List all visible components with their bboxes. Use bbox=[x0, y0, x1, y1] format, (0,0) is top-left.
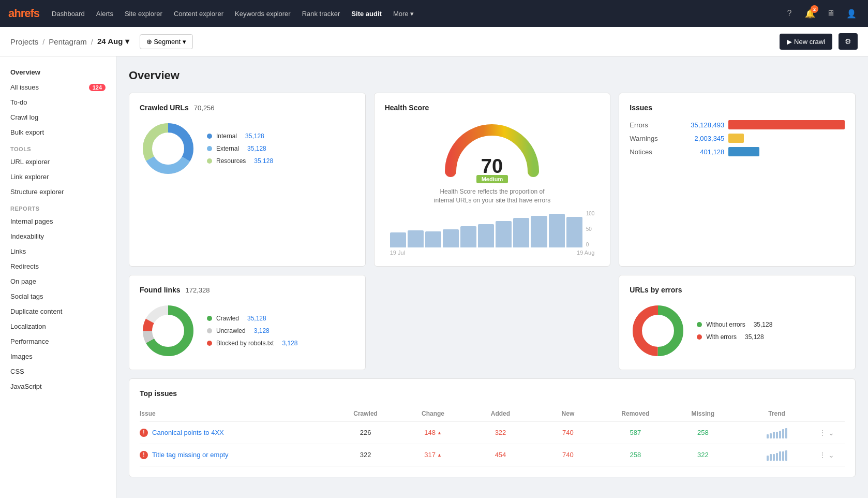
urls-errors-donut bbox=[630, 302, 686, 359]
health-bar bbox=[443, 229, 459, 247]
nav-item-dashboard[interactable]: Dashboard bbox=[47, 7, 90, 21]
added-cell: 454 bbox=[469, 451, 532, 459]
table-header-cell: Added bbox=[469, 410, 532, 417]
internal-value[interactable]: 35,128 bbox=[245, 133, 264, 140]
page-title: Overview bbox=[129, 69, 856, 82]
blocked-value[interactable]: 3,128 bbox=[282, 340, 297, 347]
health-bar bbox=[566, 217, 582, 247]
health-score-title: Health Score bbox=[385, 104, 429, 112]
errors-value[interactable]: 35,128,493 bbox=[672, 121, 724, 129]
trend-cell bbox=[739, 427, 815, 438]
without-errors-legend: Without errors 35,128 bbox=[697, 321, 772, 328]
issues-card: Issues Errors 35,128,493 Warnings 2,003,… bbox=[619, 93, 856, 267]
sidebar-report-duplicate-content[interactable]: Duplicate content bbox=[0, 304, 116, 319]
notices-value[interactable]: 401,128 bbox=[672, 148, 724, 156]
nav-item-content-explorer[interactable]: Content explorer bbox=[169, 7, 229, 21]
sidebar-item-all-issues[interactable]: All issues124 bbox=[0, 80, 116, 95]
sidebar-report-css[interactable]: CSS bbox=[0, 364, 116, 379]
nav-item-keywords-explorer[interactable]: Keywords explorer bbox=[230, 7, 296, 21]
sidebar-report-redirects[interactable]: Redirects bbox=[0, 259, 116, 274]
health-gauge: 70 bbox=[440, 117, 544, 179]
breadcrumb-sep2: / bbox=[91, 37, 93, 46]
crawled-urls-donut bbox=[140, 120, 197, 177]
reports-section-label: REPORTS bbox=[0, 199, 116, 214]
row-actions[interactable]: ⋮⌄ bbox=[819, 429, 845, 437]
external-value[interactable]: 35,128 bbox=[247, 145, 266, 152]
crawled-urls-title: Crawled URLs 70,256 bbox=[140, 104, 355, 112]
error-icon: ! bbox=[140, 429, 148, 437]
with-errors-value[interactable]: 35,128 bbox=[745, 333, 764, 341]
help-icon[interactable]: ? bbox=[781, 5, 798, 22]
breadcrumb-site[interactable]: Pentagram bbox=[49, 37, 86, 46]
nav-item-site-explorer[interactable]: Site explorer bbox=[119, 7, 168, 21]
health-bar bbox=[460, 226, 476, 247]
breadcrumb-date[interactable]: 24 Aug ▾ bbox=[97, 37, 129, 46]
warnings-value[interactable]: 2,003,345 bbox=[672, 135, 724, 142]
expand-icon[interactable]: ⌄ bbox=[828, 429, 834, 437]
error-icon: ! bbox=[140, 451, 148, 459]
sidebar-item-overview[interactable]: Overview bbox=[0, 65, 116, 80]
new-cell: 740 bbox=[536, 451, 600, 459]
resources-value[interactable]: 35,128 bbox=[254, 157, 273, 165]
sidebar-item-label: Bulk export bbox=[10, 128, 44, 136]
user-icon[interactable]: 👤 bbox=[843, 5, 860, 22]
sidebar-report-javascript[interactable]: JavaScript bbox=[0, 379, 116, 394]
issue-cell[interactable]: !Canonical points to 4XX bbox=[140, 429, 330, 437]
top-issues-title: Top issues bbox=[140, 389, 845, 398]
top-nav: ahrefs DashboardAlertsSite explorerConte… bbox=[0, 0, 868, 27]
crawled-cell: 226 bbox=[334, 429, 397, 436]
sidebar-report-images[interactable]: Images bbox=[0, 349, 116, 364]
sidebar-report-social-tags[interactable]: Social tags bbox=[0, 289, 116, 304]
sidebar-report-performance[interactable]: Performance bbox=[0, 334, 116, 349]
table-row: !Title tag missing or empty322317 ▲45474… bbox=[140, 444, 845, 466]
found-crawled-value[interactable]: 35,128 bbox=[247, 315, 266, 322]
sidebar-report-indexability[interactable]: Indexability bbox=[0, 229, 116, 244]
new-crawl-button[interactable]: ▶ New crawl bbox=[780, 34, 832, 50]
row-actions[interactable]: ⋮⌄ bbox=[819, 451, 845, 459]
removed-cell: 258 bbox=[604, 451, 667, 459]
issue-cell[interactable]: !Title tag missing or empty bbox=[140, 451, 330, 459]
without-errors-value[interactable]: 35,128 bbox=[754, 321, 773, 328]
uncrawled-value[interactable]: 3,128 bbox=[254, 327, 270, 334]
sidebar-item-to-do[interactable]: To-do bbox=[0, 95, 116, 110]
more-actions-icon[interactable]: ⋮ bbox=[819, 429, 826, 437]
chart-label-jul: 19 Jul bbox=[390, 250, 405, 256]
nav-item-alerts[interactable]: Alerts bbox=[91, 7, 118, 21]
sidebar-report-internal-pages[interactable]: Internal pages bbox=[0, 214, 116, 229]
uncrawled-legend: Uncrawled 3,128 bbox=[207, 327, 297, 334]
table-header-cell: Issue bbox=[140, 410, 330, 417]
sidebar-tool-link-explorer[interactable]: Link explorer bbox=[0, 169, 116, 184]
segment-button[interactable]: ⊕ Segment ▾ bbox=[140, 34, 193, 49]
more-actions-icon[interactable]: ⋮ bbox=[819, 451, 826, 459]
table-header-cell: Missing bbox=[671, 410, 735, 417]
found-links-card: Found links 172,328 Crawled bbox=[129, 275, 366, 370]
sidebar-report-links[interactable]: Links bbox=[0, 244, 116, 259]
sidebar-item-crawl-log[interactable]: Crawl log bbox=[0, 110, 116, 125]
health-bar bbox=[390, 232, 406, 247]
resources-legend: Resources 35,128 bbox=[207, 157, 273, 165]
nav-item-rank-tracker[interactable]: Rank tracker bbox=[297, 7, 346, 21]
sidebar-tool-structure-explorer[interactable]: Structure explorer bbox=[0, 184, 116, 199]
bell-icon[interactable]: 🔔 2 bbox=[802, 5, 818, 22]
svg-text:70: 70 bbox=[481, 155, 503, 177]
removed-cell: 587 bbox=[604, 429, 667, 436]
sidebar-tool-url-explorer[interactable]: URL explorer bbox=[0, 154, 116, 169]
sidebar-report-on-page[interactable]: On page bbox=[0, 274, 116, 289]
nav-item-site-audit[interactable]: Site audit bbox=[346, 7, 387, 21]
with-errors-legend: With errors 35,128 bbox=[697, 333, 772, 341]
nav-item-more-▾[interactable]: More ▾ bbox=[388, 7, 419, 21]
settings-button[interactable]: ⚙ bbox=[839, 33, 858, 50]
sidebar-report-localization[interactable]: Localization bbox=[0, 319, 116, 334]
nav-icons: ? 🔔 2 🖥 👤 bbox=[781, 5, 860, 22]
expand-icon[interactable]: ⌄ bbox=[828, 451, 834, 459]
logo[interactable]: ahrefs bbox=[8, 7, 39, 20]
sidebar-item-bulk-export[interactable]: Bulk export bbox=[0, 125, 116, 140]
crawled-legend: Crawled 35,128 bbox=[207, 315, 297, 322]
monitor-icon[interactable]: 🖥 bbox=[822, 5, 839, 22]
breadcrumb-projects[interactable]: Projects bbox=[10, 37, 38, 46]
health-score-badge: Medium bbox=[476, 175, 508, 183]
issue-label: Title tag missing or empty bbox=[152, 451, 229, 459]
tools-section-label: TOOLS bbox=[0, 140, 116, 154]
found-links-title: Found links 172,328 bbox=[140, 286, 355, 294]
health-bar bbox=[425, 231, 441, 247]
